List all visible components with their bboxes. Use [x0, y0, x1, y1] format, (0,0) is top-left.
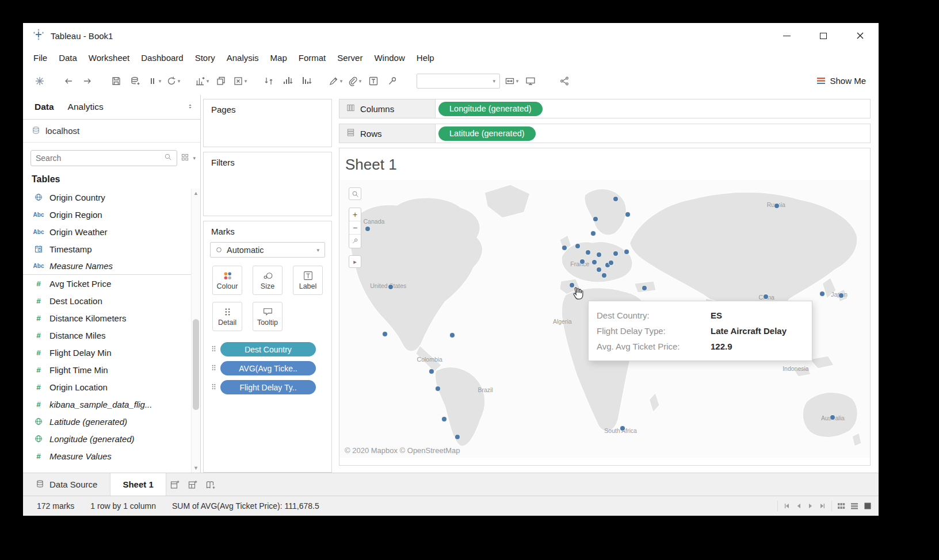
share-icon[interactable] — [557, 72, 572, 90]
connection-row[interactable]: localhost — [23, 120, 200, 143]
undo-icon[interactable] — [61, 72, 76, 90]
minimize-button[interactable] — [768, 23, 805, 48]
field-origin-weather[interactable]: AbcOrigin Weather — [23, 223, 191, 240]
sort-descending-icon[interactable] — [299, 72, 314, 90]
map-mark[interactable] — [593, 216, 598, 222]
map-mark[interactable] — [613, 251, 619, 256]
pane-options-icon[interactable] — [187, 102, 196, 112]
maximize-button[interactable] — [805, 23, 842, 48]
save-icon[interactable] — [109, 72, 124, 90]
columns-pill-longitude[interactable]: Longitude (generated) — [438, 102, 543, 116]
show-mark-labels-icon[interactable] — [366, 72, 381, 90]
field-scrollbar[interactable]: ▲ ▼ — [191, 189, 200, 473]
marks-pill-avg-ticket[interactable]: AVG(Avg Ticke.. — [220, 361, 316, 375]
new-worksheet-tab-icon[interactable] — [166, 473, 184, 496]
map-mark[interactable] — [455, 434, 460, 440]
field-longitude-generated[interactable]: Longitude (generated) — [23, 430, 191, 447]
close-button[interactable] — [842, 23, 879, 48]
highlight-icon[interactable]: ▾ — [328, 72, 343, 90]
zoom-in-button[interactable]: + — [349, 208, 361, 221]
start-page-icon[interactable] — [32, 72, 47, 90]
menu-help[interactable]: Help — [411, 53, 440, 63]
map-mark[interactable] — [441, 416, 447, 422]
map-mark[interactable] — [613, 196, 619, 202]
map-mark[interactable] — [449, 332, 455, 338]
map-canvas[interactable]: + − ▸ Dest Country: ES — [339, 180, 870, 458]
scroll-thumb[interactable] — [193, 319, 199, 410]
menu-window[interactable]: Window — [368, 53, 410, 63]
menu-analysis[interactable]: Analysis — [221, 53, 265, 63]
map-mark[interactable] — [585, 250, 591, 255]
field-origin-region[interactable]: AbcOrigin Region — [23, 206, 191, 223]
duplicate-sheet-icon[interactable] — [213, 72, 228, 90]
field-distance-kilometers[interactable]: #Distance Kilometers — [23, 309, 191, 327]
field-origin-country[interactable]: Origin Country — [23, 189, 191, 206]
map-mark[interactable] — [388, 284, 394, 290]
map-search-button[interactable] — [349, 187, 361, 200]
field-timestamp[interactable]: Timestamp — [23, 240, 191, 258]
search-input[interactable] — [36, 154, 161, 163]
fit-width-icon[interactable]: ▾ — [504, 72, 519, 90]
show-single-card-icon[interactable] — [864, 502, 872, 510]
run-update-icon[interactable]: ▾ — [166, 72, 181, 90]
sort-ascending-icon[interactable] — [280, 72, 295, 90]
map-mark[interactable] — [596, 252, 602, 258]
show-cards-grid-icon[interactable] — [837, 502, 845, 510]
tooltip-button[interactable]: Tooltip — [253, 302, 283, 331]
field-flight-time-min[interactable]: #Flight Time Min — [23, 361, 191, 378]
map-mark[interactable] — [819, 291, 825, 297]
map-mark[interactable] — [382, 331, 388, 337]
fix-axes-icon[interactable] — [385, 72, 400, 90]
map-mark[interactable] — [429, 369, 434, 374]
fit-selector[interactable]: ▾ — [417, 74, 500, 89]
scroll-up-icon[interactable]: ▲ — [193, 190, 199, 196]
marks-pill-dest-country[interactable]: Dest Country — [220, 342, 316, 356]
new-worksheet-icon[interactable]: ▾ — [194, 72, 209, 90]
map-mark[interactable] — [562, 245, 567, 251]
search-box[interactable] — [30, 150, 177, 166]
map-mark[interactable] — [625, 212, 631, 217]
map-mark[interactable] — [763, 294, 769, 300]
rows-pills[interactable]: Latitude (generated) — [436, 124, 539, 143]
next-page-icon[interactable] — [807, 503, 814, 509]
rows-pill-latitude[interactable]: Latitude (generated) — [438, 126, 536, 141]
show-cards-list-icon[interactable] — [850, 502, 858, 510]
size-button[interactable]: Size — [253, 266, 283, 295]
mark-type-dropdown[interactable]: Automatic ▾ — [210, 242, 325, 258]
scroll-down-icon[interactable]: ▼ — [193, 465, 199, 471]
map-mark[interactable] — [774, 203, 780, 209]
marks-pill-flight-delay-type[interactable]: Flight Delay Ty.. — [220, 380, 316, 394]
map-mark[interactable] — [642, 285, 647, 291]
field-flight-delay-min[interactable]: #Flight Delay Min — [23, 344, 191, 361]
menu-map[interactable]: Map — [265, 53, 293, 63]
first-page-icon[interactable] — [783, 503, 790, 509]
group-members-icon[interactable]: ▾ — [347, 72, 362, 90]
field-origin-location[interactable]: #Origin Location — [23, 378, 191, 396]
new-dashboard-tab-icon[interactable] — [184, 473, 202, 496]
tab-sheet-1[interactable]: Sheet 1 — [110, 473, 166, 496]
map-mark[interactable] — [608, 260, 614, 266]
last-page-icon[interactable] — [819, 503, 826, 509]
map-mark[interactable] — [590, 231, 596, 236]
presentation-mode-icon[interactable] — [523, 72, 538, 90]
menu-file[interactable]: File — [28, 53, 53, 63]
clear-sheet-icon[interactable]: ▾ — [232, 72, 247, 90]
pages-card[interactable]: Pages — [203, 99, 332, 147]
tab-data[interactable]: Data — [28, 102, 61, 112]
tab-data-source[interactable]: Data Source — [23, 473, 110, 496]
field-avg-ticket-price[interactable]: #Avg Ticket Price — [23, 275, 191, 292]
detail-button[interactable]: Detail — [212, 302, 242, 331]
field-distance-miles[interactable]: #Distance Miles — [23, 327, 191, 344]
map-mark[interactable] — [365, 226, 371, 232]
menu-dashboard[interactable]: Dashboard — [135, 53, 189, 63]
field-measure-values[interactable]: #Measure Values — [23, 447, 191, 465]
menu-format[interactable]: Format — [293, 53, 332, 63]
menu-worksheet[interactable]: Worksheet — [83, 53, 135, 63]
columns-shelf[interactable]: Columns Longitude (generated) — [339, 99, 871, 118]
map-controls-expand-icon[interactable]: ▸ — [349, 255, 361, 268]
view-as-grid-icon[interactable] — [181, 153, 189, 163]
new-data-source-icon[interactable] — [128, 72, 143, 90]
map-mark[interactable] — [838, 293, 844, 298]
map-mark[interactable] — [435, 386, 441, 392]
menu-data[interactable]: Data — [53, 53, 83, 63]
